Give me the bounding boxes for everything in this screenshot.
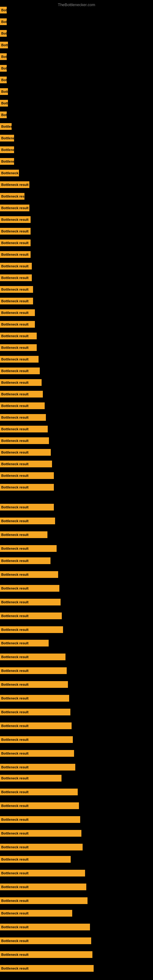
- bar-label: Bottleneck result: [0, 379, 41, 386]
- bar-row: Bottleneck result: [0, 557, 51, 564]
- bar-label: Bottleneck result: [0, 426, 48, 433]
- bar-label: Bottleneck r: [0, 170, 19, 177]
- bar-label: Bottleneck result: [0, 844, 83, 850]
- bar-row: Bottleneck result: [0, 667, 67, 674]
- bar-label: Bottleneck result: [0, 517, 55, 524]
- bar-label: Bottleneck result: [0, 545, 57, 552]
- bar-row: Bottleneck result: [0, 368, 40, 374]
- bar-row: Bott: [0, 111, 7, 118]
- bar-label: Bottleneck result: [0, 391, 43, 398]
- bar-row: Bottleneck result: [0, 626, 63, 633]
- bar-label: Bottleneck result: [0, 286, 33, 293]
- bar-row: Bottleneck result: [0, 414, 46, 421]
- bar-row: Bottleneck result: [0, 802, 79, 809]
- bar-row: Bott: [0, 30, 7, 37]
- bar-label: Bott: [0, 65, 7, 72]
- bar-label: Bottlene: [0, 146, 14, 153]
- bar-row: Bottleneck result: [0, 722, 72, 729]
- bar-label: Bottleneck result: [0, 461, 52, 467]
- bar-row: Bottleneck result: [0, 883, 86, 890]
- bar-label: Bottleneck result: [0, 750, 74, 757]
- bar-row: Bottl: [0, 100, 8, 107]
- bar-label: Bottleneck result: [0, 438, 49, 444]
- bar-label: Bottleneck result: [0, 667, 67, 674]
- bar-row: Bottleneck res: [0, 193, 24, 200]
- bar-label: Bottleneck result: [0, 585, 59, 592]
- bar-row: Bottl: [0, 41, 8, 48]
- bar-label: Bott: [0, 111, 7, 118]
- bar-label: Bott: [0, 7, 7, 13]
- bar-row: Bottlene: [0, 158, 14, 165]
- bar-label: Bottleneck result: [0, 449, 51, 456]
- bar-row: Bottleneck result: [0, 789, 78, 795]
- bar-row: Bottleneck result: [0, 263, 32, 269]
- bar-row: Bottleneck result: [0, 504, 54, 511]
- bar-label: Bottler: [0, 123, 12, 130]
- bar-row: Bottleneck result: [0, 216, 30, 223]
- bar-row: Bottleneck result: [0, 379, 41, 386]
- bar-label: Bottleneck result: [0, 937, 91, 944]
- bar-label: Bottleneck result: [0, 332, 37, 339]
- bar-row: Bott: [0, 7, 7, 13]
- bar-row: Bottleneck result: [0, 531, 48, 538]
- bar-label: Bottlene: [0, 135, 14, 142]
- bar-label: Bottl: [0, 41, 8, 48]
- bar-row: Bottleneck result: [0, 426, 48, 433]
- bar-label: Bottleneck result: [0, 599, 61, 605]
- bar-label: Bottleneck result: [0, 356, 38, 363]
- bar-label: Bottleneck result: [0, 531, 48, 538]
- bar-row: Bott: [0, 18, 7, 25]
- bar-row: Bottleneck result: [0, 612, 62, 619]
- bar-row: Bottleneck result: [0, 181, 29, 188]
- bar-row: Bottler: [0, 123, 12, 130]
- bar-row: Bottleneck result: [0, 764, 75, 770]
- bar-row: Bottleneck result: [0, 951, 92, 958]
- bar-row: Bottleneck result: [0, 654, 65, 660]
- bar-row: Bottleneck result: [0, 695, 69, 702]
- bar-label: Bottleneck result: [0, 965, 94, 972]
- bar-label: Bottleneck result: [0, 344, 37, 351]
- bar-label: Bottleneck result: [0, 309, 35, 316]
- bar-label: Bottleneck result: [0, 612, 62, 619]
- bar-label: Bott: [0, 53, 7, 60]
- bar-label: Bottleneck result: [0, 789, 78, 795]
- bar-row: Bottleneck result: [0, 402, 45, 409]
- bar-label: Bottleneck result: [0, 640, 49, 646]
- bar-row: Bottlene: [0, 146, 14, 153]
- bar-row: Bottleneck result: [0, 775, 62, 781]
- bar-row: Bottl: [0, 88, 8, 95]
- bar-label: Bottleneck result: [0, 951, 92, 958]
- bar-row: Bottleneck result: [0, 545, 57, 552]
- bar-label: Bottleneck result: [0, 274, 32, 281]
- bar-label: Bottleneck result: [0, 472, 54, 479]
- bar-label: Bott: [0, 76, 7, 83]
- bar-row: Bottlene: [0, 135, 14, 142]
- bar-label: Bottleneck result: [0, 830, 81, 837]
- bar-label: Bottleneck result: [0, 368, 40, 374]
- bar-row: Bottleneck result: [0, 228, 30, 235]
- bar-row: Bottleneck result: [0, 750, 74, 757]
- bar-label: Bottleneck result: [0, 897, 88, 904]
- bar-row: Bottleneck result: [0, 599, 61, 605]
- bar-label: Bott: [0, 18, 7, 25]
- bar-row: Bottleneck result: [0, 449, 51, 456]
- bar-row: Bottleneck result: [0, 332, 37, 339]
- bar-label: Bottleneck result: [0, 263, 32, 269]
- bar-label: Bottleneck result: [0, 722, 72, 729]
- bar-row: Bottleneck result: [0, 571, 58, 578]
- bar-label: Bottleneck result: [0, 709, 70, 715]
- bar-label: Bottleneck result: [0, 402, 45, 409]
- bar-row: Bottleneck result: [0, 274, 32, 281]
- bar-label: Bottleneck result: [0, 228, 30, 235]
- bar-label: Bottleneck result: [0, 816, 80, 823]
- bar-row: Bottleneck result: [0, 472, 54, 479]
- bar-row: Bottleneck result: [0, 830, 81, 837]
- bar-row: Bott: [0, 65, 7, 72]
- bar-label: Bottleneck result: [0, 736, 73, 743]
- bar-label: Bottleneck result: [0, 775, 62, 781]
- bar-row: Bottleneck result: [0, 965, 94, 972]
- bar-row: Bottleneck result: [0, 344, 37, 351]
- bar-label: Bottleneck result: [0, 924, 90, 931]
- bar-row: Bottleneck result: [0, 205, 29, 211]
- bar-label: Bottleneck result: [0, 764, 75, 770]
